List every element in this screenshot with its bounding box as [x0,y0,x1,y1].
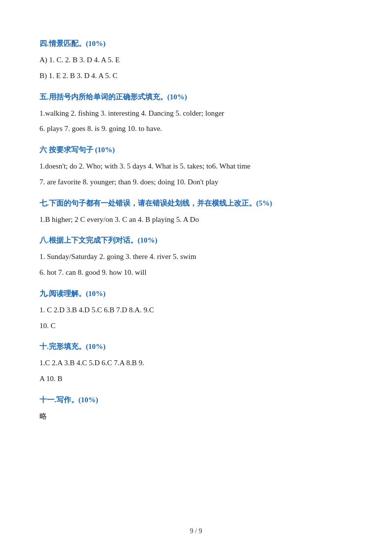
section-4-line-2: B) 1. E 2. B 3. D 4. A 5. C [39,69,353,83]
section-11: 十一.写作。(10%) 略 [39,394,353,424]
section-9-heading: 九.阅读理解。(10%) [39,288,353,299]
section-10-line-1: 1.C 2.A 3.B 4.C 5.D 6.C 7.A 8.B 9. [39,356,353,370]
section-9-line-1: 1. C 2.D 3.B 4.D 5.C 6.B 7.D 8.A. 9.C [39,303,353,317]
section-11-line-1: 略 [39,410,353,424]
section-6-heading: 六 按要求写句子 (10%) [39,144,353,156]
section-7: 七.下面的句子都有一处错误，请在错误处划线，并在横线上改正。(5%) 1.B h… [39,197,353,227]
section-9-line-2: 10. C [39,319,353,333]
section-6-line-2: 7. are favorite 8. younger; than 9. does… [39,175,353,189]
section-5-heading: 五.用括号内所给单词的正确形式填充。(10%) [39,91,353,103]
section-6: 六 按要求写句子 (10%) 1.doesn't; do 2. Who; wit… [39,144,353,189]
section-10-line-2: A 10. B [39,372,353,386]
section-8-line-1: 1. Sunday/Saturday 2. going 3. there 4. … [39,250,353,264]
section-10-heading: 十.完形填充。(10%) [39,341,353,352]
section-5-line-1: 1.walking 2. fishing 3. interesting 4. D… [39,107,353,121]
section-7-heading: 七.下面的句子都有一处错误，请在错误处划线，并在横线上改正。(5%) [39,197,353,209]
section-9: 九.阅读理解。(10%) 1. C 2.D 3.B 4.D 5.C 6.B 7.… [39,288,353,333]
section-10: 十.完形填充。(10%) 1.C 2.A 3.B 4.C 5.D 6.C 7.A… [39,341,353,386]
section-4-line-1: A) 1. C. 2. B 3. D 4. A 5. E [39,53,353,67]
section-8-line-2: 6. hot 7. can 8. good 9. how 10. will [39,266,353,280]
section-5: 五.用括号内所给单词的正确形式填充。(10%) 1.walking 2. fis… [39,91,353,136]
section-4-heading: 四.情景匹配。(10%) [39,38,353,49]
section-11-heading: 十一.写作。(10%) [39,394,353,406]
section-6-line-1: 1.doesn't; do 2. Who; with 3. 5 days 4. … [39,160,353,173]
section-7-line-1: 1.B higher; 2 C every/on 3. C an 4. B pl… [39,213,353,227]
section-8: 八.根据上下文完成下列对话。(10%) 1. Sunday/Saturday 2… [39,234,353,280]
page: 四.情景匹配。(10%) A) 1. C. 2. B 3. D 4. A 5. … [0,0,392,555]
page-number: 9 / 9 [190,527,202,535]
section-8-heading: 八.根据上下文完成下列对话。(10%) [39,234,353,246]
section-4: 四.情景匹配。(10%) A) 1. C. 2. B 3. D 4. A 5. … [39,38,353,83]
section-5-line-2: 6. plays 7. goes 8. is 9. going 10. to h… [39,122,353,136]
